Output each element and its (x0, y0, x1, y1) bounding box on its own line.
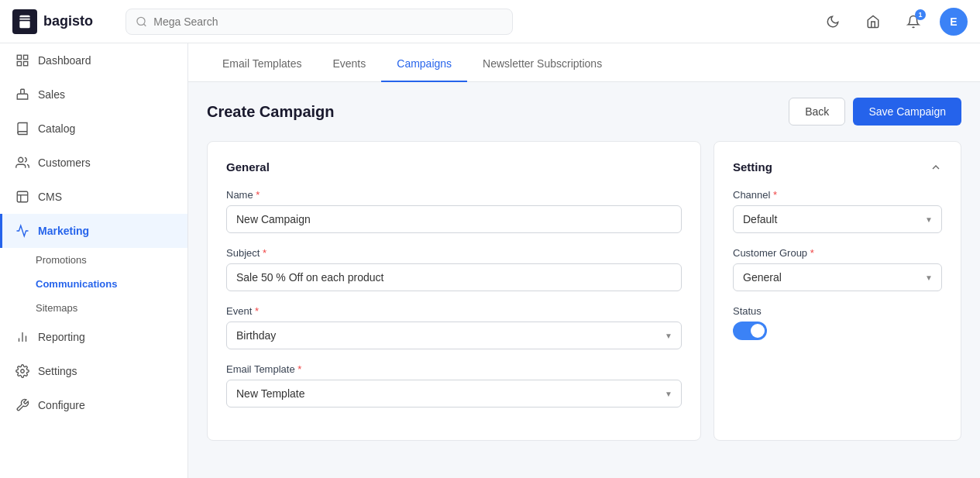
tab-campaigns[interactable]: Campaigns (381, 43, 467, 82)
sidebar-item-catalog[interactable]: Catalog (0, 112, 187, 146)
sidebar-item-reporting[interactable]: Reporting (0, 320, 187, 354)
subject-field-group: Subject * (226, 247, 682, 291)
svg-rect-5 (21, 89, 25, 94)
general-card: General Name * Subject * (207, 141, 701, 441)
main-content: Email Templates Events Campaigns Newslet… (188, 43, 980, 478)
name-input[interactable] (226, 205, 682, 233)
svg-rect-3 (17, 62, 21, 66)
cms-icon (15, 189, 30, 205)
sidebar-item-cms-label: CMS (38, 191, 62, 203)
status-label: Status (733, 305, 942, 317)
subject-required: * (263, 247, 266, 259)
email-template-field-group: Email Template * New Template Default Te… (226, 363, 682, 408)
channel-label: Channel * (733, 189, 942, 201)
app-layout: bagisto 1 (0, 0, 980, 478)
store-button[interactable] (859, 8, 887, 36)
sidebar-item-marketing-label: Marketing (38, 225, 89, 237)
event-label: Event * (226, 305, 682, 317)
search-icon (136, 15, 147, 28)
email-template-required: * (297, 363, 301, 375)
save-campaign-button[interactable]: Save Campaign (853, 98, 961, 126)
sidebar-item-reporting-label: Reporting (38, 331, 85, 343)
status-field-group: Status (733, 305, 942, 340)
general-card-title: General (226, 160, 682, 174)
status-toggle[interactable] (733, 322, 767, 340)
logo-icon (12, 9, 37, 34)
sidebar-sub-item-sitemaps-label: Sitemaps (36, 302, 77, 314)
search-bar[interactable] (126, 9, 513, 35)
event-field-group: Event * Birthday Anniversary Welcome (226, 305, 682, 349)
theme-toggle-button[interactable] (819, 8, 847, 36)
page-actions: Back Save Campaign (789, 98, 961, 126)
svg-rect-2 (24, 55, 28, 59)
toggle-slider (733, 322, 767, 340)
sidebar-item-cms[interactable]: CMS (0, 180, 187, 214)
customer-group-label: Customer Group * (733, 247, 942, 259)
marketing-icon (15, 223, 30, 239)
page-title: Create Campaign (207, 103, 335, 121)
email-template-label: Email Template * (226, 363, 682, 375)
status-toggle-wrapper (733, 322, 942, 340)
sidebar-item-customers[interactable]: Customers (0, 146, 187, 180)
chevron-up-icon (930, 161, 942, 174)
email-template-select[interactable]: New Template Default Template Promo Temp… (226, 380, 682, 408)
logo-text: bagisto (43, 13, 93, 29)
sidebar-sub-item-promotions[interactable]: Promotions (0, 248, 187, 272)
sidebar-item-sales[interactable]: Sales (0, 77, 187, 112)
user-avatar-button[interactable]: E (940, 8, 968, 36)
tab-newsletter-subscriptions[interactable]: Newsletter Subscriptions (467, 43, 617, 82)
page-header: Create Campaign Back Save Campaign (188, 82, 980, 141)
moon-icon (826, 15, 840, 29)
search-input[interactable] (153, 15, 503, 28)
sidebar-item-settings-label: Settings (38, 365, 77, 377)
header: bagisto 1 (0, 0, 980, 43)
name-field-group: Name * (226, 189, 682, 233)
customer-group-select-wrapper: General VIP Wholesale (733, 263, 942, 291)
sidebar-item-dashboard[interactable]: Dashboard (0, 43, 187, 77)
store-icon (866, 15, 880, 29)
sidebar-item-configure[interactable]: Configure (0, 388, 187, 422)
svg-rect-7 (17, 191, 28, 202)
channel-select[interactable]: Default Main Secondary (733, 205, 942, 233)
customer-group-select[interactable]: General VIP Wholesale (733, 263, 942, 291)
notification-badge: 1 (915, 9, 926, 20)
sidebar-item-catalog-label: Catalog (38, 122, 75, 135)
tab-email-templates[interactable]: Email Templates (207, 43, 317, 82)
notifications-button[interactable]: 1 (899, 8, 927, 36)
tab-events[interactable]: Events (317, 43, 381, 82)
sidebar-sub-item-communications[interactable]: Communications (0, 272, 187, 296)
customers-icon (15, 155, 30, 170)
sidebar-item-dashboard-label: Dashboard (38, 54, 91, 67)
subject-input[interactable] (226, 263, 682, 291)
reporting-icon (15, 329, 30, 345)
subject-label: Subject * (226, 247, 682, 259)
sidebar-item-sales-label: Sales (38, 88, 65, 101)
sidebar: Dashboard Sales Catalog (0, 43, 188, 478)
settings-collapse-button[interactable] (930, 161, 942, 174)
settings-header: Setting (733, 160, 942, 174)
sidebar-item-settings[interactable]: Settings (0, 354, 187, 388)
header-actions: 1 E (819, 8, 968, 36)
sidebar-sub-item-communications-label: Communications (36, 278, 117, 290)
back-button[interactable]: Back (789, 98, 845, 126)
sidebar-item-marketing[interactable]: Marketing (0, 214, 187, 248)
sidebar-sub-item-promotions-label: Promotions (36, 254, 87, 266)
sales-icon (15, 87, 30, 102)
customer-group-required: * (810, 247, 814, 259)
sidebar-item-customers-label: Customers (38, 156, 91, 169)
svg-point-11 (21, 370, 25, 373)
svg-rect-1 (17, 55, 21, 59)
body-layout: Dashboard Sales Catalog (0, 43, 980, 478)
svg-point-6 (19, 157, 23, 162)
sidebar-item-configure-label: Configure (38, 399, 85, 411)
event-required: * (255, 305, 259, 317)
settings-card-title: Setting (733, 160, 772, 174)
email-template-select-wrapper: New Template Default Template Promo Temp… (226, 380, 682, 408)
logo-area: bagisto (12, 9, 113, 34)
dashboard-icon (15, 53, 30, 68)
sidebar-sub-item-sitemaps[interactable]: Sitemaps (0, 296, 187, 320)
event-select-wrapper: Birthday Anniversary Welcome (226, 322, 682, 349)
event-select[interactable]: Birthday Anniversary Welcome (226, 322, 682, 349)
settings-card: Setting Channel * (714, 141, 961, 441)
svg-point-0 (137, 17, 145, 25)
